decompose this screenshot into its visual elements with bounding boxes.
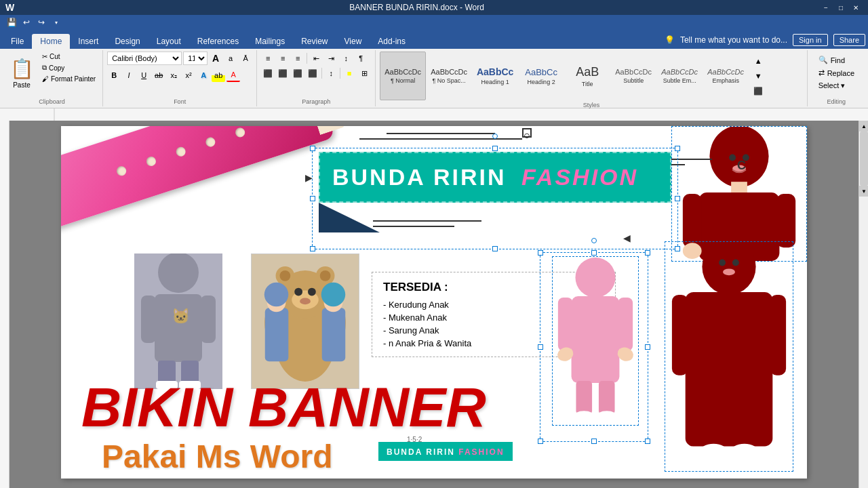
paste-button[interactable]: 📋 Paste [5, 52, 38, 95]
show-hide-button[interactable]: ¶ [354, 52, 368, 65]
style-subtitle[interactable]: AaBbCcDc Subtitle [610, 52, 656, 100]
align-left-button[interactable]: ⬛ [261, 66, 275, 80]
styles-scroll-down[interactable]: ▼ [751, 69, 765, 83]
style-title[interactable]: AaB Title [564, 52, 610, 100]
ruler [0, 108, 868, 121]
tab-review[interactable]: Review [293, 34, 336, 49]
style-title-preview: AaB [576, 65, 599, 79]
bear-svg [252, 253, 359, 389]
editing-group: 🔍 Find ⇄ Replace Select ▾ Editing [809, 50, 865, 106]
tab-home[interactable]: Home [32, 34, 70, 49]
para-row-2: ⬛ ⬛ ⬛ ⬛ ↕ ■ ⊞ [261, 66, 371, 80]
svg-point-61 [698, 444, 728, 463]
font-color-button[interactable]: A [226, 68, 240, 82]
svg-rect-49 [683, 194, 702, 247]
tab-addins[interactable]: Add-ins [370, 34, 414, 49]
underline-button[interactable]: U [137, 68, 151, 82]
font-family-select[interactable]: Calibri (Body) [107, 52, 182, 65]
lightbulb-icon: 💡 [665, 35, 675, 45]
highlight-button[interactable]: ab [212, 68, 225, 82]
paragraph-label: Paragraph [261, 97, 371, 105]
style-normal-label: ¶ Normal [391, 77, 415, 84]
tab-view[interactable]: View [336, 34, 370, 49]
svg-rect-50 [776, 194, 795, 247]
bold-button[interactable]: B [107, 68, 121, 82]
dec-line-b1 [373, 220, 481, 222]
redo-icon[interactable]: ↪ [35, 16, 47, 28]
replace-button[interactable]: ⇄ Replace [814, 67, 859, 79]
scroll-down-arrow[interactable]: ▼ [859, 186, 868, 197]
scroll-up-arrow[interactable]: ▲ [859, 121, 868, 131]
tell-me-label[interactable]: Tell me what you want to do... [680, 35, 787, 45]
font-shrink-button[interactable]: a [224, 52, 237, 65]
svg-rect-11 [156, 381, 178, 389]
document-scroll[interactable]: ○ BUNDA RIRIN FASHION [9, 121, 859, 488]
styles-scroll-up[interactable]: ▲ [751, 54, 765, 68]
style-subtle-emphasis[interactable]: AaBbCcDc Subtle Em... [656, 52, 703, 100]
customize-quick-access[interactable]: ▾ [50, 16, 62, 28]
person-pink-svg [553, 256, 638, 426]
svg-rect-36 [558, 298, 573, 351]
tab-layout[interactable]: Layout [149, 34, 189, 49]
tab-mailings[interactable]: Mailings [247, 34, 293, 49]
bullets-button[interactable]: ≡ [261, 52, 275, 65]
tab-insert[interactable]: Insert [70, 34, 106, 49]
copy-button[interactable]: ⧉ Copy [39, 62, 98, 73]
line-spacing-button[interactable]: ↕ [324, 66, 338, 80]
format-painter-button[interactable]: 🖌 Format Painter [39, 74, 98, 84]
undo-icon[interactable]: ↩ [20, 16, 33, 28]
clipboard-right: ✂ Cut ⧉ Copy 🖌 Format Painter [39, 52, 98, 84]
style-emphasis[interactable]: AaBbCcDc Emphasis [703, 52, 749, 100]
bunda-ririn-text: BUNDA RIRIN [332, 164, 507, 190]
multilevel-button[interactable]: ≡ [291, 52, 304, 65]
tab-references[interactable]: References [189, 34, 247, 49]
fashion-text: FASHION [521, 164, 638, 190]
select-button[interactable]: Select ▾ [814, 80, 850, 92]
find-button[interactable]: 🔍 Find [814, 54, 849, 66]
style-no-spacing[interactable]: AaBbCcDc ¶ No Spac... [426, 52, 472, 100]
font-grow-button[interactable]: A [209, 52, 222, 65]
handle-pink-bc [591, 439, 597, 444]
borders-button[interactable]: ⊞ [357, 66, 371, 80]
style-heading2[interactable]: AaBbCc Heading 2 [518, 52, 564, 100]
word-icon: W [5, 2, 14, 13]
maximize-button[interactable]: □ [834, 2, 848, 13]
close-button[interactable]: ✕ [849, 2, 863, 13]
ribbon-body: 📋 Paste ✂ Cut ⧉ Copy 🖌 Format Painter Cl… [0, 49, 868, 108]
small-center-text: 1·5·2 [407, 436, 422, 443]
fashion-brand-text: BUNDA RIRIN FASHION [387, 447, 505, 457]
scroll-thumb[interactable] [860, 131, 868, 186]
decrease-indent-button[interactable]: ⇤ [309, 52, 323, 65]
align-right-button[interactable]: ⬛ [291, 66, 304, 80]
style-normal[interactable]: AaBbCcDc ¶ Normal [380, 52, 426, 100]
copy-icon: ⧉ [42, 64, 47, 72]
share-button[interactable]: Share [833, 34, 865, 46]
align-center-button[interactable]: ⬛ [276, 66, 290, 80]
superscript-button[interactable]: x² [182, 68, 195, 82]
left-ruler [0, 121, 9, 488]
italic-button[interactable]: I [122, 68, 136, 82]
subscript-button[interactable]: x₂ [167, 68, 180, 82]
justify-button[interactable]: ⬛ [306, 66, 319, 80]
styles-more[interactable]: ⬛ [751, 84, 765, 98]
cut-button[interactable]: ✂ Cut [39, 52, 98, 62]
vertical-scrollbar[interactable]: ▲ ▼ [859, 121, 868, 488]
belt-hole-1 [115, 165, 127, 177]
numbering-button[interactable]: ≡ [276, 52, 290, 65]
svg-point-46 [709, 126, 768, 187]
save-icon[interactable]: 💾 [5, 16, 18, 28]
tab-design[interactable]: Design [106, 34, 148, 49]
minimize-button[interactable]: − [819, 2, 833, 13]
sort-button[interactable]: ↕ [339, 52, 353, 65]
signin-button[interactable]: Sign in [793, 34, 828, 46]
tab-file[interactable]: File [3, 34, 32, 49]
play-icon-right: ◀ [623, 232, 631, 243]
text-effects-button[interactable]: A [197, 68, 210, 82]
strikethrough-button[interactable]: ab [152, 68, 165, 82]
font-size-select[interactable]: 11 [183, 52, 208, 65]
clear-formatting-button[interactable]: Ā [239, 52, 252, 65]
shading-button[interactable]: ■ [342, 66, 356, 80]
increase-indent-button[interactable]: ⇥ [324, 52, 338, 65]
handle-pink-rotate[interactable] [591, 238, 597, 243]
style-heading1[interactable]: AaBbCc Heading 1 [472, 52, 518, 100]
